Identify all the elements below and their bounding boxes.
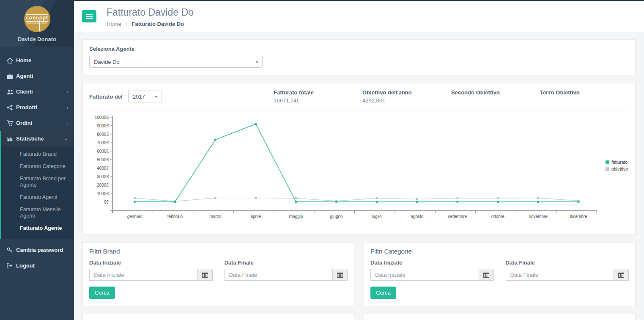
hamburger-icon — [86, 14, 93, 15]
svg-text:8000€: 8000€ — [97, 132, 109, 137]
agent-select[interactable]: Davide Do ▾ — [89, 56, 263, 68]
logo-tagline: HAIR-BEAUTY LINES — [27, 22, 47, 24]
bar-chart-icon — [7, 136, 16, 142]
data-iniziale-label: Data Iniziale — [370, 259, 494, 266]
svg-text:dicembre: dicembre — [570, 214, 587, 219]
stat-terzo-obiettivo: Terzo Obiettivo - — [540, 89, 629, 104]
select-agent-panel: Seleziona Agente Davide Do ▾ — [82, 39, 636, 75]
logo-vertical-bar — [39, 20, 40, 31]
sidebar-item-agenti[interactable]: Agenti — [0, 68, 74, 84]
sidebar-item-statistiche[interactable]: Statistiche ⌄ — [1, 131, 74, 146]
calendar-icon[interactable] — [332, 269, 348, 281]
chevron-left-icon: ‹ — [66, 105, 68, 110]
submenu-fatturato-categorie[interactable]: Fatturato Categorie — [1, 160, 74, 173]
legend-label: fatturato — [611, 160, 628, 165]
sidebar-item-label: Ordini — [16, 120, 32, 126]
sidebar-item-label: Home — [16, 57, 31, 63]
share-icon — [7, 105, 16, 110]
brand-data-finale-input[interactable] — [225, 269, 333, 281]
breadcrumb-home-link[interactable]: Home — [107, 21, 121, 27]
chevron-left-icon: ‹ — [66, 121, 68, 126]
sidebar-toggle-button[interactable] — [82, 10, 96, 22]
chevron-left-icon: ‹ — [66, 89, 68, 94]
calendar-icon[interactable] — [479, 269, 494, 281]
year-select[interactable]: 2017 ▾ — [128, 91, 162, 102]
stat-secondo-obiettivo: Secondo Obiettivo - — [451, 89, 540, 104]
svg-text:marzo: marzo — [209, 214, 221, 219]
legend-label: obiettivo — [611, 166, 628, 171]
categorie-data-iniziale-input[interactable] — [370, 269, 479, 281]
sidebar-item-home[interactable]: Home — [0, 52, 74, 68]
calendar-icon[interactable] — [197, 269, 213, 281]
header-divider — [103, 12, 103, 30]
breadcrumb-separator: / — [126, 21, 127, 27]
categorie-data-finale-field: Data Finale — [506, 259, 629, 281]
agent-select-value: Davide Do — [94, 59, 120, 65]
svg-text:9000€: 9000€ — [97, 124, 109, 128]
key-icon — [7, 247, 16, 253]
legend-item-obiettivo: obiettivo — [606, 166, 628, 171]
logout-icon — [7, 263, 16, 268]
svg-text:1000€: 1000€ — [97, 191, 109, 196]
stat-fatturato-totale: Fatturato totale 16671,74€ — [274, 89, 362, 104]
filtri-categorie-title: Filtri Categorie — [370, 248, 629, 255]
sidebar-item-logout[interactable]: Logout — [0, 258, 74, 273]
logo-tagline-left: HAIR-BEAUTY — [27, 22, 40, 24]
filtri-brand-panel: Filtri Brand Data Iniziale Data Finale — [82, 242, 354, 306]
select-agent-label: Seleziona Agente — [89, 46, 629, 52]
submenu-fatturato-brand-per-agente[interactable]: Fatturato Brand per Agente — [1, 173, 74, 191]
brand-cerca-button[interactable]: Cerca — [89, 287, 115, 299]
svg-text:7000€: 7000€ — [97, 141, 109, 145]
sidebar-item-ordini[interactable]: Ordini ‹ — [0, 115, 74, 131]
legend-item-fatturato: fatturato — [606, 160, 628, 165]
sidebar-item-label: Clienti — [16, 88, 33, 95]
brand-data-iniziale-input[interactable] — [89, 269, 197, 281]
submenu-fatturato-agenti[interactable]: Fatturato Agenti — [1, 191, 74, 204]
svg-text:gennaio: gennaio — [127, 214, 143, 219]
svg-text:luglio: luglio — [372, 214, 382, 219]
svg-text:3000€: 3000€ — [97, 174, 109, 179]
legend-swatch — [606, 160, 609, 164]
svg-text:settembre: settembre — [448, 214, 467, 219]
logo-tagline-right: LINES — [41, 22, 47, 24]
svg-text:10000€: 10000€ — [95, 115, 109, 120]
home-icon — [7, 58, 16, 63]
caret-down-icon: ▾ — [155, 94, 157, 99]
cart-icon — [7, 120, 16, 126]
statistiche-section: Statistiche ⌄ Fatturato Brand Fatturato … — [0, 131, 74, 239]
data-iniziale-label: Data Iniziale — [89, 259, 213, 266]
fatturato-line-chart: 0€1000€2000€3000€4000€5000€6000€7000€800… — [89, 114, 629, 225]
categorie-data-finale-input[interactable] — [506, 269, 614, 281]
filtri-categorie-panel: Filtri Categorie Data Iniziale Data Fina… — [364, 242, 636, 306]
submenu-fatturato-mensile-agenti[interactable]: Fatturato Mensile Agenti — [1, 204, 74, 222]
fatturato-categorie-panel: Fatturato Categorie 2017 Fatturato total… — [364, 314, 636, 320]
breadcrumb: Home / Fatturato Davide Do — [107, 21, 184, 27]
main-area: Fatturato Davide Do Home / Fatturato Dav… — [74, 1, 644, 320]
page-header: Fatturato Davide Do Home / Fatturato Dav… — [74, 1, 644, 32]
svg-text:2000€: 2000€ — [97, 183, 109, 188]
sidebar-item-label: Statistiche — [16, 135, 44, 142]
page-title: Fatturato Davide Do — [107, 7, 194, 18]
sidebar-header: concept HAIR-BEAUTY LINES Davide Donato — [0, 0, 74, 47]
statistiche-submenu: Fatturato Brand Fatturato Categorie Fatt… — [1, 146, 74, 239]
categorie-cerca-button[interactable]: Cerca — [370, 287, 396, 299]
legend-swatch — [606, 167, 609, 171]
sidebar-item-label: Logout — [16, 262, 35, 269]
calendar-icon[interactable] — [614, 269, 629, 281]
sidebar-item-clienti[interactable]: Clienti ‹ — [0, 84, 74, 99]
sidebar-item-prodotti[interactable]: Prodotti ‹ — [0, 99, 74, 115]
bottom-panels-row: Fatturato Brands 2017 Fatturato totale: … — [82, 314, 636, 320]
fatturato-chart-panel: Fatturato del 2017 ▾ Fatturato totale 16… — [82, 83, 636, 234]
sidebar-item-cambia-password[interactable]: Cambia password — [0, 242, 74, 258]
submenu-fatturato-brand[interactable]: Fatturato Brand — [1, 148, 74, 160]
svg-text:6000€: 6000€ — [97, 149, 109, 154]
line-chart-svg: 0€1000€2000€3000€4000€5000€6000€7000€800… — [89, 114, 599, 223]
sidebar-item-label: Prodotti — [16, 104, 37, 110]
users-icon — [7, 89, 16, 95]
submenu-fatturato-agente-active[interactable]: Fatturato Agente — [1, 222, 74, 234]
svg-text:agosto: agosto — [411, 214, 423, 219]
svg-text:5000€: 5000€ — [97, 157, 109, 162]
sidebar-footer-menu: Cambia password Logout — [0, 242, 74, 273]
sidebar-item-label: Agenti — [16, 73, 33, 79]
line-chart-canvas: 0€1000€2000€3000€4000€5000€6000€7000€800… — [89, 114, 629, 225]
